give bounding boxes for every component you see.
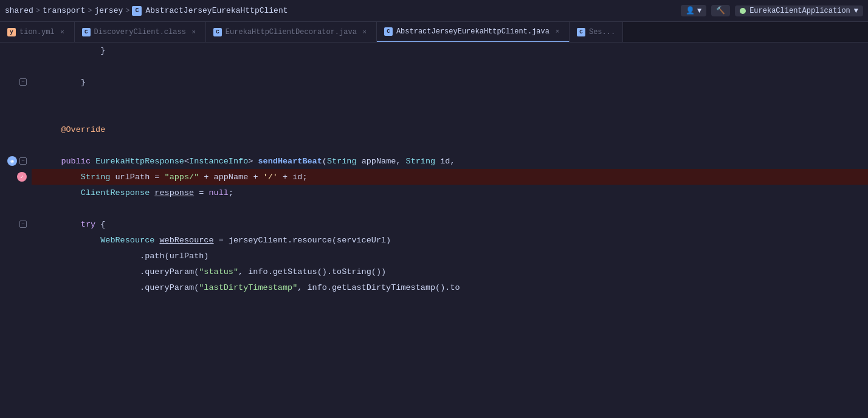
code-line-11 xyxy=(32,200,868,216)
code-token: "lastDirtyTimestamp" xyxy=(199,283,297,292)
hammer-icon: 🔨 xyxy=(716,6,725,15)
code-token: EurekaHttpResponse xyxy=(95,157,184,166)
gutter-row-9: ✓ xyxy=(0,169,32,185)
code-token: try xyxy=(81,220,95,229)
gutter-row-6 xyxy=(0,122,32,137)
tab-session[interactable]: C Ses... xyxy=(570,22,623,43)
tab-yml-close[interactable]: × xyxy=(58,28,67,36)
code-token: String xyxy=(406,157,436,166)
error-breakpoint-icon[interactable]: ✓ xyxy=(17,172,27,182)
nav-actions: 👤 ▼ 🔨 EurekaClientApplication ▼ xyxy=(681,5,863,16)
class-icon: C xyxy=(132,6,142,16)
tab-eureka-decorator[interactable]: C EurekaHttpClientDecorator.java × xyxy=(206,22,377,43)
code-token: null xyxy=(208,188,228,197)
gutter-row-3: − xyxy=(0,74,32,90)
gutter-row-10 xyxy=(0,185,32,200)
code-content[interactable]: } } @Override public EurekaHttpResponse<… xyxy=(32,43,868,418)
code-token: .queryParam( xyxy=(41,267,199,276)
code-token xyxy=(41,220,81,229)
tab-abstract-jersey[interactable]: C AbstractJerseyEurekaHttpClient.java × xyxy=(377,22,570,43)
code-token: webResource xyxy=(159,236,213,245)
code-token: appName, xyxy=(357,157,406,166)
code-token: urlPath = xyxy=(110,173,164,182)
breadcrumb: shared > transport > jersey > C Abstract… xyxy=(5,6,678,16)
code-token: , info.getStatus().toString()) xyxy=(238,267,386,276)
code-token: { xyxy=(95,220,105,229)
code-line-14: .path(urlPath) xyxy=(32,248,868,264)
tab-yml[interactable]: y tion.yml × xyxy=(0,22,75,43)
run-config[interactable]: EurekaClientApplication ▼ xyxy=(735,5,863,16)
code-line-1: } xyxy=(32,43,868,58)
tab-discovery-icon: C xyxy=(82,28,91,36)
fold-icon-12[interactable]: − xyxy=(19,221,27,228)
gutter: − ◉ − ✓ − xyxy=(0,43,32,418)
gutter-row-7 xyxy=(0,137,32,153)
code-token: id, xyxy=(435,157,455,166)
gutter-row-15 xyxy=(0,264,32,279)
tab-discovery-close[interactable]: × xyxy=(190,28,198,36)
breadcrumb-sep-3: > xyxy=(125,7,129,15)
code-line-10: ClientResponse response = null; xyxy=(32,185,868,200)
code-token: } xyxy=(41,46,105,55)
code-line-16: .queryParam("lastDirtyTimestamp", info.g… xyxy=(32,279,868,295)
breadcrumb-transport[interactable]: transport xyxy=(43,6,85,15)
tab-yml-icon: y xyxy=(7,28,16,36)
code-token: ; xyxy=(229,188,233,197)
gutter-row-8: ◉ − xyxy=(0,153,32,169)
tab-eureka-decorator-close[interactable]: × xyxy=(360,28,369,36)
tab-abstract-jersey-close[interactable]: × xyxy=(553,27,562,36)
debug-breakpoint-icon[interactable]: ◉ xyxy=(7,156,17,166)
gutter-row-14 xyxy=(0,248,32,264)
code-token: > xyxy=(248,157,258,166)
tab-yml-label: tion.yml xyxy=(19,28,55,36)
breadcrumb-sep-1: > xyxy=(36,7,40,15)
code-line-9: String urlPath = "apps/" + appName + '/'… xyxy=(32,169,868,185)
code-line-7 xyxy=(32,137,868,153)
git-icon: 👤 xyxy=(686,6,695,15)
tab-discovery-label: DiscoveryClient.class xyxy=(94,28,186,36)
gutter-row-1 xyxy=(0,43,32,58)
run-status-dot xyxy=(740,8,746,14)
code-line-6: @Override xyxy=(32,122,868,137)
code-line-15: .queryParam("status", info.getStatus().t… xyxy=(32,264,868,279)
tab-eureka-decorator-icon: C xyxy=(213,28,222,36)
code-token: String xyxy=(81,173,111,182)
code-token xyxy=(154,236,159,245)
code-token: "status" xyxy=(199,267,238,276)
code-token: InstanceInfo xyxy=(189,157,248,166)
code-token xyxy=(150,188,154,197)
git-button[interactable]: 👤 ▼ xyxy=(681,5,706,16)
git-arrow: ▼ xyxy=(697,7,701,15)
code-line-12: try { xyxy=(32,216,868,232)
code-token xyxy=(41,188,81,197)
gutter-row-16 xyxy=(0,279,32,295)
code-token: + appName + xyxy=(199,173,263,182)
tab-eureka-decorator-label: EurekaHttpClientDecorator.java xyxy=(226,28,357,36)
tab-abstract-jersey-label: AbstractJerseyEurekaHttpClient.java xyxy=(396,27,549,36)
breadcrumb-shared[interactable]: shared xyxy=(5,6,33,15)
tab-discovery[interactable]: C DiscoveryClient.class × xyxy=(75,22,206,43)
editor-area: − ◉ − ✓ − xyxy=(0,43,868,418)
code-token: response xyxy=(154,188,194,197)
breadcrumb-jersey[interactable]: jersey xyxy=(94,6,123,15)
code-token: String xyxy=(327,157,357,166)
gutter-row-13 xyxy=(0,232,32,248)
code-token xyxy=(41,236,100,245)
fold-icon-8[interactable]: − xyxy=(19,157,27,165)
code-token: .path(urlPath) xyxy=(41,252,208,261)
breadcrumb-class[interactable]: AbstractJerseyEurekaHttpClient xyxy=(145,6,288,15)
code-token: @Override xyxy=(41,125,105,134)
nav-bar: shared > transport > jersey > C Abstract… xyxy=(0,0,868,22)
tab-session-icon: C xyxy=(577,28,585,36)
code-line-4 xyxy=(32,90,868,106)
code-token: ( xyxy=(322,157,327,166)
fold-icon-3[interactable]: − xyxy=(19,78,27,86)
code-line-2 xyxy=(32,58,868,74)
gutter-row-11 xyxy=(0,200,32,216)
code-token: < xyxy=(184,157,189,166)
build-button[interactable]: 🔨 xyxy=(711,5,730,16)
code-token: , info.getLastDirtyTimestamp().to xyxy=(297,283,460,292)
gutter-row-4 xyxy=(0,90,32,106)
code-token xyxy=(41,157,61,166)
code-token: ClientResponse xyxy=(81,188,150,197)
